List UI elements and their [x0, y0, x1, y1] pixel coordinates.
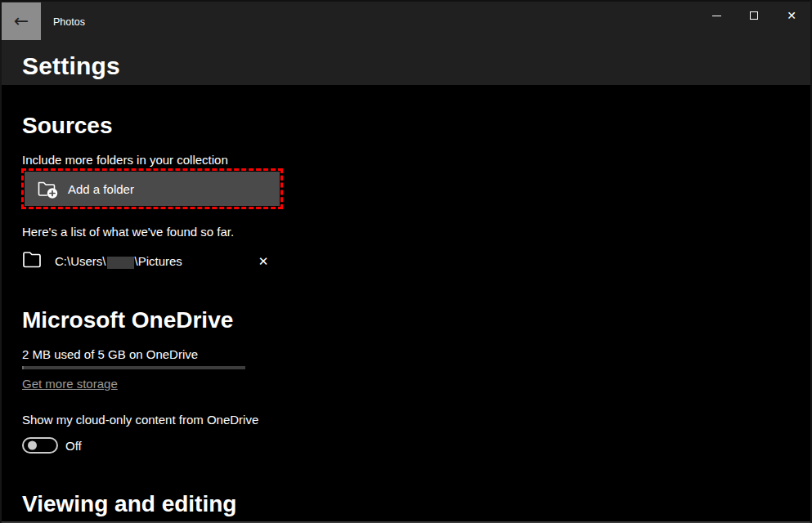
- page-title: Settings: [22, 52, 120, 80]
- onedrive-heading: Microsoft OneDrive: [22, 307, 233, 333]
- close-button[interactable]: ✕: [773, 2, 810, 29]
- cloud-content-toggle[interactable]: [22, 437, 58, 454]
- folder-icon: [22, 250, 43, 270]
- back-button[interactable]: ←: [2, 2, 41, 40]
- add-folder-label: Add a folder: [68, 182, 134, 196]
- toggle-knob: [28, 441, 37, 450]
- maximize-button[interactable]: [735, 2, 773, 29]
- remove-folder-button[interactable]: ✕: [253, 252, 273, 271]
- cloud-content-toggle-label: Show my cloud-only content from OneDrive: [22, 413, 258, 427]
- maximize-icon: [750, 11, 758, 20]
- add-folder-button[interactable]: Add a folder: [25, 172, 280, 206]
- back-arrow-icon: ←: [14, 12, 29, 30]
- viewing-heading: Viewing and editing: [22, 491, 236, 517]
- onedrive-storage-progressbar: [22, 366, 245, 369]
- folder-list-intro: Here's a list of what we've found so far…: [22, 225, 234, 239]
- cloud-content-toggle-row: Off: [2, 436, 165, 456]
- onedrive-storage-progress-fill: [22, 366, 24, 369]
- sources-heading: Sources: [22, 113, 113, 139]
- header-area: ← Photos ✕ Settings: [2, 0, 810, 85]
- add-folder-icon: [37, 179, 59, 199]
- folder-path-prefix: C:\Users\: [55, 254, 106, 268]
- settings-content: Sources Include more folders in your col…: [2, 85, 810, 523]
- sources-description: Include more folders in your collection: [22, 153, 228, 167]
- minimize-icon: [712, 16, 721, 16]
- minimize-button[interactable]: [698, 2, 735, 29]
- close-icon: ✕: [787, 10, 796, 21]
- folder-path-suffix: \Pictures: [135, 254, 182, 268]
- toggle-state-label: Off: [65, 439, 82, 453]
- app-title: Photos: [53, 16, 85, 28]
- window-caption-buttons: ✕: [698, 2, 810, 29]
- remove-folder-icon: ✕: [258, 254, 269, 269]
- folder-list-item: C:\Users\\Pictures ✕: [2, 248, 296, 275]
- redacted-username: [107, 257, 134, 269]
- photos-app-window: ← Photos ✕ Settings Sources Include more…: [0, 0, 812, 523]
- folder-path: C:\Users\\Pictures: [55, 254, 182, 269]
- onedrive-storage-text: 2 MB used of 5 GB on OneDrive: [22, 347, 198, 361]
- get-more-storage-link[interactable]: Get more storage: [22, 377, 118, 391]
